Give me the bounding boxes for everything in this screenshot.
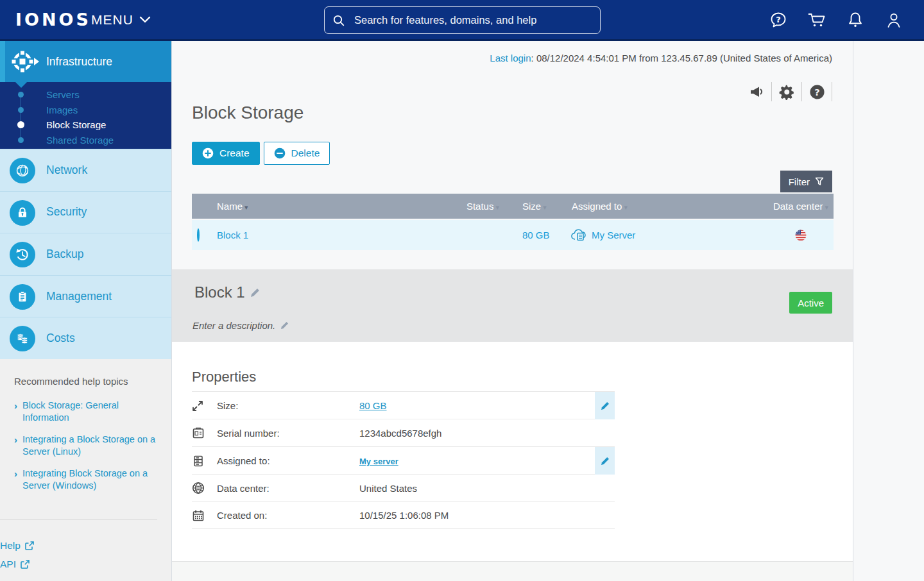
chevron-down-icon bbox=[139, 16, 151, 24]
column-header-assigned-to[interactable]: Assigned to▾ bbox=[552, 201, 700, 212]
search-input[interactable] bbox=[353, 13, 592, 27]
help-bubble-icon[interactable]: ? bbox=[769, 10, 788, 29]
bell-icon[interactable] bbox=[846, 10, 865, 29]
api-external-link[interactable]: API bbox=[0, 559, 34, 570]
delete-button[interactable]: Delete bbox=[264, 142, 330, 165]
help-topic-label: Block Storage: General Information bbox=[22, 400, 157, 424]
chevron-right-icon: › bbox=[14, 467, 17, 492]
serial-badge-icon bbox=[192, 426, 217, 439]
row-radio-selected[interactable] bbox=[197, 228, 200, 242]
megaphone-icon[interactable] bbox=[748, 83, 765, 100]
ionos-logo[interactable]: IONOS bbox=[15, 0, 91, 39]
property-row-data-center: Data center: United States bbox=[192, 474, 615, 501]
sort-caret-icon: ▾ bbox=[543, 203, 547, 211]
subitem-label: Block Storage bbox=[46, 119, 106, 130]
edit-name-pencil-icon[interactable] bbox=[250, 288, 260, 298]
bottom-strip bbox=[172, 561, 853, 581]
data-center-value: United States bbox=[359, 483, 595, 494]
sidebar-item-network[interactable]: Network bbox=[0, 149, 171, 191]
property-row-size: Size: 80 GB bbox=[192, 391, 615, 419]
toolbar-separator bbox=[801, 82, 802, 101]
cart-icon[interactable] bbox=[807, 10, 826, 29]
svg-text:?: ? bbox=[814, 86, 819, 97]
coins-icon bbox=[10, 326, 35, 351]
help-topic-link[interactable]: › Integrating a Block Storage on a Serve… bbox=[14, 434, 157, 458]
sidebar-item-infrastructure[interactable]: Infrastructure bbox=[0, 41, 171, 82]
help-topic-link[interactable]: › Block Storage: General Information bbox=[14, 400, 157, 424]
size-link[interactable]: 80 GB bbox=[522, 230, 550, 240]
sidebar-item-security[interactable]: Security bbox=[0, 191, 171, 233]
create-button[interactable]: Create bbox=[192, 142, 260, 165]
block-name-link[interactable]: Block 1 bbox=[217, 230, 248, 240]
status-badge: Active bbox=[789, 292, 832, 314]
sidebar-subitem-servers[interactable]: Servers bbox=[0, 87, 171, 103]
minus-circle-icon bbox=[274, 147, 286, 159]
us-flag-icon bbox=[795, 230, 807, 241]
sidebar-subitem-shared-storage[interactable]: Shared Storage bbox=[0, 133, 171, 148]
help-topic-link[interactable]: › Integrating Block Storage on a Server … bbox=[14, 467, 157, 492]
global-search bbox=[324, 6, 601, 34]
cloud-server-icon bbox=[570, 228, 587, 242]
filter-button[interactable]: Filter bbox=[780, 171, 832, 192]
menu-button[interactable]: MENU bbox=[91, 0, 151, 39]
infrastructure-icon bbox=[10, 49, 35, 74]
help-circle-icon[interactable]: ? bbox=[809, 83, 825, 100]
sidebar-item-backup[interactable]: Backup bbox=[0, 233, 171, 275]
external-link-icon bbox=[21, 560, 30, 569]
block-detail-panel: Block 1 Enter a description. Active bbox=[172, 269, 853, 342]
column-header-data-center[interactable]: Data center▾ bbox=[773, 201, 834, 212]
gear-icon[interactable] bbox=[778, 83, 795, 100]
sidebar: Infrastructure Servers Images Block Stor… bbox=[0, 41, 171, 581]
property-row-created-on: Created on: 10/15/25 1:06:08 PM bbox=[192, 501, 615, 529]
size-value-link[interactable]: 80 GB bbox=[359, 400, 387, 411]
property-label: Assigned to: bbox=[217, 455, 359, 466]
edit-size-pencil-icon[interactable] bbox=[595, 392, 615, 419]
sidebar-item-label: Management bbox=[46, 290, 112, 303]
property-row-assigned-to: Assigned to: My server bbox=[192, 446, 615, 474]
menu-label: MENU bbox=[91, 12, 133, 28]
help-topic-label: Integrating Block Storage on a Server (W… bbox=[22, 467, 157, 492]
detail-title: Block 1 bbox=[194, 283, 245, 301]
assigned-server-link[interactable]: My Server bbox=[592, 230, 635, 240]
sidebar-item-costs[interactable]: Costs bbox=[0, 317, 171, 359]
active-section-notch bbox=[15, 82, 27, 88]
ionos-cloud-panel: IONOS MENU ? bbox=[0, 0, 924, 581]
bullet-dot-icon bbox=[18, 92, 24, 97]
chevron-right-icon: › bbox=[14, 434, 17, 458]
calendar-icon bbox=[192, 509, 217, 522]
edit-description-pencil-icon[interactable] bbox=[280, 321, 289, 330]
sidebar-item-management[interactable]: Management bbox=[0, 275, 171, 317]
table-row: Block 1 80 GB My Server bbox=[192, 220, 834, 250]
create-label: Create bbox=[219, 147, 250, 159]
edit-assigned-pencil-icon[interactable] bbox=[595, 447, 615, 475]
block-storage-table: Name▾ Status▾ Size▾ Assigned to▾ Data ce… bbox=[192, 194, 834, 250]
table-header-row: Name▾ Status▾ Size▾ Assigned to▾ Data ce… bbox=[192, 194, 834, 219]
last-login-line: Last login: 08/12/2024 4:54:01 PM from 1… bbox=[490, 53, 832, 63]
property-label: Data center: bbox=[217, 483, 359, 494]
topbar-icon-group: ? bbox=[769, 0, 903, 39]
active-section-stripe bbox=[0, 41, 5, 82]
subitem-label: Shared Storage bbox=[46, 135, 114, 146]
page-title: Block Storage bbox=[192, 103, 304, 123]
bullet-dot-icon bbox=[18, 107, 24, 113]
user-icon[interactable] bbox=[884, 10, 903, 29]
column-header-size[interactable]: Size▾ bbox=[504, 201, 552, 212]
properties-panel: Properties Size: 80 GB Serial bbox=[172, 342, 853, 561]
action-buttons: Create Delete bbox=[192, 142, 330, 165]
help-section-title: Recommended help topics bbox=[14, 376, 157, 387]
help-external-link[interactable]: Help bbox=[0, 540, 34, 552]
column-header-name[interactable]: Name▾ bbox=[217, 201, 443, 212]
sidebar-subitem-images[interactable]: Images bbox=[0, 103, 171, 118]
globe-icon bbox=[192, 482, 217, 494]
help-topic-label: Integrating a Block Storage on a Server … bbox=[22, 434, 157, 458]
last-login-link[interactable]: Last login bbox=[490, 53, 531, 63]
filter-funnel-icon bbox=[815, 177, 824, 186]
sidebar-item-label: Security bbox=[46, 205, 87, 219]
column-header-status[interactable]: Status▾ bbox=[466, 201, 504, 212]
sidebar-subitem-block-storage[interactable]: Block Storage bbox=[0, 117, 171, 133]
subitem-label: Servers bbox=[46, 89, 80, 100]
assigned-server-value-link[interactable]: My server bbox=[359, 457, 398, 466]
last-login-value: : 08/12/2024 4:54:01 PM from 123.45.67.8… bbox=[531, 53, 832, 63]
sort-caret-icon: ▾ bbox=[495, 203, 499, 211]
sort-caret-icon: ▾ bbox=[244, 203, 248, 211]
